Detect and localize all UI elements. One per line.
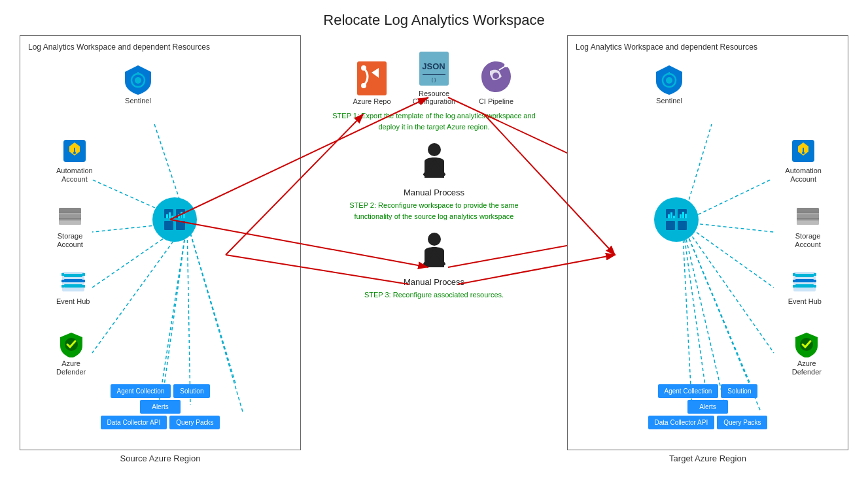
azure-repo-label: Azure Repo [353, 97, 391, 105]
svg-rect-27 [61, 280, 64, 282]
svg-rect-106 [682, 212, 684, 218]
svg-rect-36 [164, 221, 173, 230]
svg-rect-41 [178, 214, 180, 218]
ci-pipeline-icon: CI Pipeline [470, 58, 523, 105]
left-sentinel: Sentinel [122, 62, 154, 105]
step2-text-block: STEP 2: Reconfigure workspace to provide… [349, 200, 518, 222]
left-storage-label: StorageAccount [57, 232, 83, 249]
svg-rect-100 [666, 221, 675, 230]
svg-rect-42 [181, 212, 182, 218]
svg-line-70 [682, 222, 751, 386]
left-data-boxes: Agent Collection Solution Alerts Data Co… [20, 381, 300, 450]
left-automation-label: AutomationAccount [56, 167, 93, 184]
svg-rect-19 [59, 221, 81, 225]
step3-text: STEP 3: Reconfigure associated resources… [364, 289, 504, 301]
svg-point-79 [802, 152, 805, 154]
right-hub [653, 196, 700, 243]
svg-rect-107 [685, 214, 687, 218]
left-data-collector: Data Collector API [101, 416, 167, 429]
svg-point-75 [666, 77, 672, 84]
svg-point-46 [361, 83, 366, 88]
svg-rect-37 [176, 221, 185, 230]
right-workspace-box: Log Analytics Workspace and dependent Re… [567, 35, 848, 450]
svg-rect-82 [797, 214, 819, 219]
resource-config-icon: JSON { } ResourceConfiguration [408, 48, 460, 105]
left-automation: AutomationAccount [56, 137, 93, 184]
left-alerts: Alerts [140, 400, 181, 414]
svg-rect-87 [795, 274, 814, 277]
svg-rect-102 [668, 214, 670, 218]
right-defender-label: AzureDefender [792, 359, 822, 376]
right-workspace-label: Log Analytics Workspace and dependent Re… [576, 42, 757, 52]
svg-rect-43 [183, 214, 185, 218]
svg-rect-103 [670, 212, 672, 218]
svg-rect-28 [61, 285, 64, 288]
svg-rect-91 [793, 280, 795, 282]
svg-rect-83 [797, 221, 819, 225]
svg-point-51 [493, 73, 499, 79]
svg-rect-105 [680, 214, 682, 218]
svg-line-6 [187, 222, 236, 386]
manual-process-1-label: Manual Process [404, 188, 464, 197]
svg-rect-94 [814, 280, 816, 282]
svg-line-7 [187, 222, 190, 405]
svg-rect-90 [793, 273, 795, 276]
svg-point-52 [504, 63, 508, 67]
ci-pipeline-label: CI Pipeline [479, 97, 513, 105]
left-sentinel-label: Sentinel [125, 97, 151, 105]
right-automation: AutomationAccount [785, 137, 822, 184]
svg-rect-31 [82, 285, 85, 288]
svg-rect-39 [169, 212, 171, 218]
svg-rect-17 [59, 208, 81, 212]
svg-point-53 [428, 143, 441, 156]
svg-point-11 [135, 77, 141, 84]
right-storage-label: StorageAccount [795, 232, 821, 249]
right-agent-collection: Agent Collection [658, 384, 719, 398]
right-alerts: Alerts [687, 400, 728, 414]
svg-rect-18 [59, 214, 81, 219]
svg-point-33 [152, 197, 197, 242]
svg-text:JSON: JSON [422, 61, 445, 71]
svg-rect-92 [793, 285, 795, 288]
svg-point-45 [361, 65, 366, 71]
svg-line-5 [164, 222, 187, 386]
svg-rect-95 [814, 285, 816, 288]
svg-rect-30 [82, 280, 85, 282]
right-region-label: Target Azure Region [669, 454, 746, 463]
right-storage: StorageAccount [794, 203, 822, 249]
left-defender-label: AzureDefender [56, 359, 86, 376]
svg-line-69 [682, 222, 705, 386]
left-agent-collection: Agent Collection [111, 384, 171, 398]
left-workspace-label: Log Analytics Workspace and dependent Re… [28, 42, 210, 52]
left-query-packs: Query Packs [169, 416, 220, 429]
left-solution: Solution [173, 384, 210, 398]
svg-point-15 [73, 152, 76, 154]
svg-rect-38 [166, 214, 168, 218]
page-title: Relocate Log Analytics Workspace [0, 0, 868, 35]
svg-rect-104 [673, 216, 675, 218]
svg-rect-29 [82, 273, 85, 276]
svg-text:{ }: { } [432, 77, 436, 82]
svg-rect-25 [64, 284, 82, 288]
svg-rect-24 [64, 279, 82, 282]
right-query-packs: Query Packs [717, 416, 767, 429]
manual-process-2-label: Manual Process [404, 277, 464, 287]
svg-rect-101 [678, 221, 687, 230]
left-defender: AzureDefender [56, 330, 86, 376]
resource-config-label: ResourceConfiguration [413, 90, 455, 105]
right-data-collector: Data Collector API [648, 416, 715, 429]
manual-process-1: Manual Process [404, 142, 464, 197]
azure-repo-icon: Azure Repo [346, 58, 398, 105]
svg-rect-89 [795, 284, 814, 288]
left-region-label: Source Azure Region [120, 454, 201, 463]
svg-rect-88 [795, 279, 814, 282]
right-sentinel-label: Sentinel [656, 97, 682, 105]
right-data-boxes: Agent Collection Solution Alerts Data Co… [568, 381, 848, 450]
step1-text-block: STEP 1: Export the template of the log a… [332, 110, 535, 132]
svg-point-56 [428, 233, 441, 246]
right-eventhub: Event Hub [788, 268, 822, 306]
svg-line-71 [682, 222, 725, 405]
left-eventhub-label: Event Hub [56, 297, 90, 306]
right-sentinel: Sentinel [653, 62, 686, 105]
right-automation-label: AutomationAccount [785, 167, 822, 184]
